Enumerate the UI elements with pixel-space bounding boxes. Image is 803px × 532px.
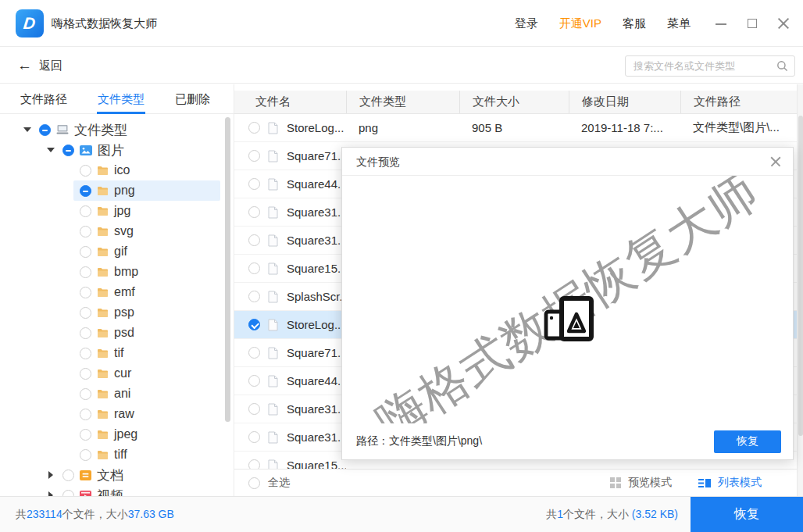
tree-item-图片[interactable]: 图片 [0,140,233,160]
expand-arrow-icon[interactable] [45,471,56,479]
tree-item-raw[interactable]: raw [0,404,233,424]
tree-checkbox-psp[interactable] [80,307,91,319]
topbar-link-客服[interactable]: 客服 [623,16,646,31]
modal-header: 文件预览 [342,148,793,176]
doc-icon [80,470,91,480]
topbar-link-开通VIP[interactable]: 开通VIP [559,16,601,31]
row-checkbox[interactable] [248,431,260,443]
collapse-arrow-icon[interactable] [45,148,56,152]
list-scrollbar[interactable] [797,84,803,496]
tree-item-tif[interactable]: tif [0,343,233,363]
row-checkbox[interactable] [248,319,260,330]
tree-item-cur[interactable]: cur [0,363,233,384]
tree-item-gif[interactable]: gif [0,241,233,262]
tree-checkbox-图片[interactable] [62,145,74,156]
row-checkbox[interactable] [248,234,260,246]
tree-checkbox-tif[interactable] [80,348,91,359]
list-scrollbar-thumb[interactable] [798,116,803,436]
tab-文件路径[interactable]: 文件路径 [20,84,67,114]
tree-item-tiff[interactable]: tiff [0,445,233,465]
tree-item-psd[interactable]: psd [0,323,233,343]
tree-scrollbar-thumb[interactable] [225,117,230,422]
tree-item-文件类型[interactable]: 文件类型 [0,120,233,140]
tree-item-jpeg[interactable]: jpeg [0,424,233,445]
tree-item-svg[interactable]: svg [0,221,233,241]
tree-item-content: 文件类型 [33,120,220,140]
search-icon[interactable] [776,60,788,72]
tree-item-png[interactable]: png [0,180,233,201]
tree-item-bmp[interactable]: bmp [0,262,233,282]
view-mode-toggle: 预览模式列表模式 [593,476,762,490]
collapse-arrow-icon[interactable] [22,127,33,132]
tree-checkbox-png[interactable] [80,185,91,197]
row-checkbox[interactable] [248,122,260,134]
file-icon [268,347,278,359]
tree-checkbox-cur[interactable] [80,368,91,380]
column-header-文件路径[interactable]: 文件路径 [680,91,797,113]
status-segment: 共 [16,508,27,520]
row-checkbox[interactable] [248,291,260,302]
minimize-icon[interactable] [714,16,728,30]
maximize-icon[interactable] [745,16,759,30]
table-row[interactable]: StoreLog...png905 B2019-11-18 7:...文件类型\… [234,114,797,142]
column-header-文件大小[interactable]: 文件大小 [459,91,569,113]
tree-checkbox-jpeg[interactable] [80,429,91,441]
tree-checkbox-ico[interactable] [80,165,91,177]
search-input[interactable] [626,60,776,72]
select-all-checkbox[interactable]: 全选 [234,476,290,490]
tree-item-emf[interactable]: emf [0,282,233,302]
tree-label: jpg [114,204,130,218]
column-header-文件名[interactable]: 文件名 [234,91,346,113]
modal-recover-button[interactable]: 恢复 [714,430,781,453]
column-header-修改日期[interactable]: 修改日期 [569,91,680,113]
row-checkbox[interactable] [248,403,260,415]
row-checkbox[interactable] [248,459,260,469]
row-checkbox[interactable] [248,206,260,218]
recover-button[interactable]: 恢复 [691,497,803,532]
select-all-radio-icon[interactable] [248,477,260,489]
tree-item-ani[interactable]: ani [0,384,233,404]
tree-checkbox-tiff[interactable] [80,449,91,461]
mode-预览模式[interactable]: 预览模式 [610,476,672,490]
back-button[interactable]: ← 返回 [17,48,62,84]
list-footer-bar: 全选 预览模式列表模式 [234,469,797,496]
tree-checkbox-ani[interactable] [80,388,91,400]
topbar-link-菜单[interactable]: 菜单 [667,16,691,31]
tree-checkbox-bmp[interactable] [80,266,91,278]
modal-close-icon[interactable] [769,155,783,169]
file-preview-modal: 文件预览 嗨格式数据恢复大师 路径：文件类型\图片\png\ 恢复 [341,147,794,460]
close-icon[interactable] [776,16,791,30]
tree-checkbox-raw[interactable] [80,409,91,420]
filename-text: Square15... [287,262,346,275]
row-checkbox[interactable] [248,375,260,387]
tree-checkbox-emf[interactable] [80,287,91,298]
tree-checkbox-视频[interactable] [62,490,74,497]
column-header-文件类型[interactable]: 文件类型 [346,91,459,113]
tree-checkbox-psd[interactable] [80,327,91,339]
grid-icon [610,477,621,488]
tree-item-content: 视频 [56,485,220,496]
tree-item-content: ani [73,384,220,404]
mode-列表模式[interactable]: 列表模式 [698,476,762,490]
tree-item-ico[interactable]: ico [0,160,233,180]
tree-item-psp[interactable]: psp [0,302,233,323]
row-checkbox[interactable] [248,347,260,359]
row-checkbox[interactable] [248,178,260,190]
status-segment: 37.63 GB [128,508,174,520]
tree-item-文档[interactable]: 文档 [0,465,233,485]
tab-已删除[interactable]: 已删除 [175,84,210,114]
tree-checkbox-文件类型[interactable] [39,124,51,136]
tree-checkbox-gif[interactable] [80,246,91,258]
row-checkbox[interactable] [248,150,260,162]
tree-checkbox-文档[interactable] [62,470,74,481]
tab-文件类型[interactable]: 文件类型 [98,84,145,114]
tree-item-jpg[interactable]: jpg [0,201,233,221]
broken-image-icon [542,295,608,349]
topbar-link-登录[interactable]: 登录 [515,16,538,31]
tree-checkbox-jpg[interactable] [80,205,91,217]
row-checkbox[interactable] [248,262,260,274]
tree-label: gif [114,245,127,259]
tree-checkbox-svg[interactable] [80,226,91,237]
modal-preview-area: 嗨格式数据恢复大师 [342,176,793,423]
tree-item-视频[interactable]: 视频 [0,485,233,496]
